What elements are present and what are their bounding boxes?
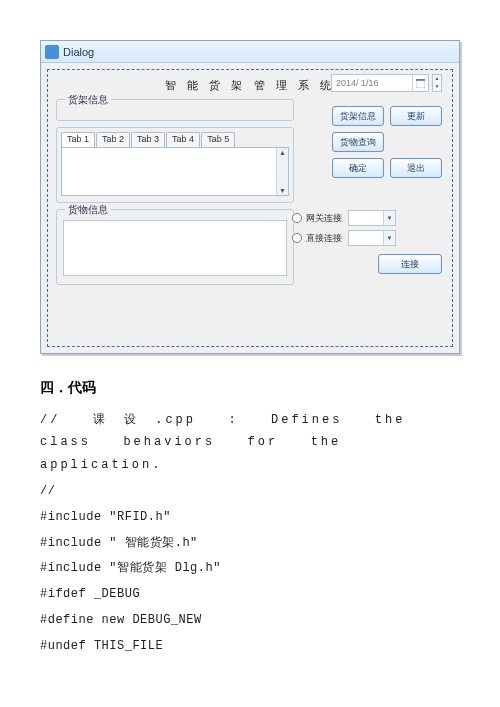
tab-3[interactable]: Tab 3	[131, 132, 165, 147]
direct-combo[interactable]: ▼	[348, 230, 396, 246]
gateway-radio[interactable]	[292, 213, 302, 223]
tab-5[interactable]: Tab 5	[201, 132, 235, 147]
spin-up-icon[interactable]: ▲	[433, 75, 441, 83]
code-line: #include " 智能货架.h"	[40, 532, 460, 555]
tab-body[interactable]: ▲ ▼	[61, 148, 289, 196]
gateway-combo[interactable]: ▼	[348, 210, 396, 226]
code-line: //	[40, 480, 460, 503]
scroll-down-icon[interactable]: ▼	[279, 187, 286, 194]
radio-gateway-row[interactable]: 网关连接 ▼	[292, 210, 442, 226]
client-area: 智 能 货 架 管 理 系 统 货架信息 Tab 1 Tab 2 Tab 3 T…	[41, 63, 459, 353]
app-icon	[45, 45, 59, 59]
dialog-window: Dialog 智 能 货 架 管 理 系 统 货架信息 Tab 1 Tab 2 …	[40, 40, 460, 354]
tabstrip: Tab 1 Tab 2 Tab 3 Tab 4 Tab 5	[61, 132, 289, 148]
date-picker[interactable]: 2014/ 1/16	[331, 74, 429, 92]
svg-rect-1	[416, 80, 425, 87]
tab-scrollbar[interactable]: ▲ ▼	[276, 148, 288, 195]
spin-down-icon[interactable]: ▼	[433, 83, 441, 91]
tab-2[interactable]: Tab 2	[96, 132, 130, 147]
date-row: 2014/ 1/16 ▲ ▼	[292, 74, 442, 92]
date-dropdown-icon[interactable]	[412, 75, 428, 91]
radio-direct-row[interactable]: 直接连接 ▼	[292, 230, 442, 246]
connection-radio-group: 网关连接 ▼ 直接连接 ▼	[292, 210, 442, 246]
goods-info-label: 货物信息	[65, 203, 111, 217]
shelf-info-button[interactable]: 货架信息	[332, 106, 384, 126]
svg-rect-0	[416, 79, 425, 81]
connect-button[interactable]: 连接	[378, 254, 442, 274]
shelf-info-label: 货架信息	[65, 93, 111, 107]
section-title: 四．代码	[40, 374, 460, 401]
shelf-info-group: 货架信息	[56, 99, 294, 121]
date-spin[interactable]: ▲ ▼	[432, 74, 442, 92]
goods-info-group: 货物信息	[56, 209, 294, 285]
scroll-up-icon[interactable]: ▲	[279, 149, 286, 156]
direct-radio-label: 直接连接	[306, 232, 342, 245]
chevron-down-icon: ▼	[383, 211, 395, 225]
gateway-radio-label: 网关连接	[306, 212, 342, 225]
confirm-button[interactable]: 确定	[332, 158, 384, 178]
code-line: #undef THIS_FILE	[40, 635, 460, 658]
refresh-button[interactable]: 更新	[390, 106, 442, 126]
document-section: 四．代码 // 课 设 .cpp : Defines the class beh…	[40, 374, 460, 658]
code-line: #ifdef _DEBUG	[40, 583, 460, 606]
left-column: 货架信息 Tab 1 Tab 2 Tab 3 Tab 4 Tab 5 ▲ ▼	[56, 99, 296, 285]
tab-control-group: Tab 1 Tab 2 Tab 3 Tab 4 Tab 5 ▲ ▼	[56, 127, 294, 203]
button-grid: 货架信息 更新 货物查询 确定 退出	[292, 106, 442, 178]
date-value: 2014/ 1/16	[332, 78, 412, 88]
goods-query-button[interactable]: 货物查询	[332, 132, 384, 152]
goods-textarea[interactable]	[63, 220, 287, 276]
window-title: Dialog	[63, 46, 94, 58]
inner-panel: 智 能 货 架 管 理 系 统 货架信息 Tab 1 Tab 2 Tab 3 T…	[47, 69, 453, 347]
tab-1[interactable]: Tab 1	[61, 132, 95, 147]
right-column: 2014/ 1/16 ▲ ▼ 货架信息 更新 货物查询 确定	[292, 74, 442, 274]
titlebar[interactable]: Dialog	[41, 41, 459, 63]
exit-button[interactable]: 退出	[390, 158, 442, 178]
code-line: // 课 设 .cpp : Defines the class behavior…	[40, 409, 460, 477]
chevron-down-icon: ▼	[383, 231, 395, 245]
code-line: #include "RFID.h"	[40, 506, 460, 529]
code-line: #include "智能货架 Dlg.h"	[40, 557, 460, 580]
code-line: #define new DEBUG_NEW	[40, 609, 460, 632]
tab-4[interactable]: Tab 4	[166, 132, 200, 147]
direct-radio[interactable]	[292, 233, 302, 243]
